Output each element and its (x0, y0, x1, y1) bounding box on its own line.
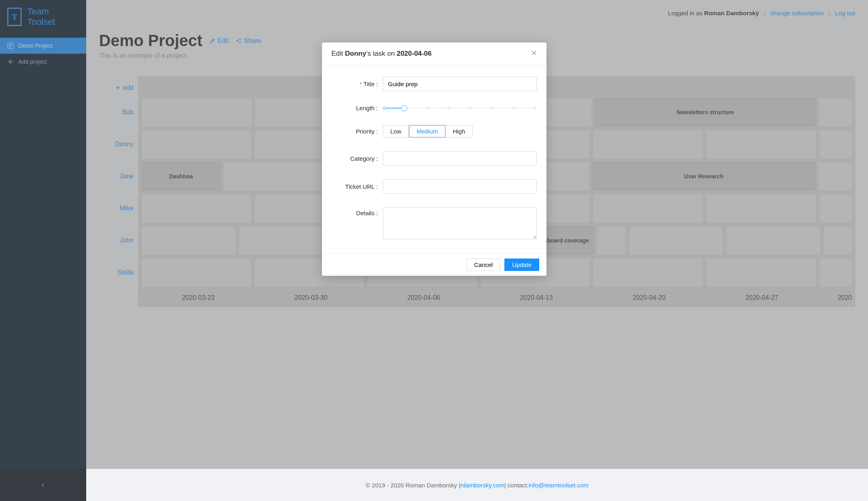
modal-body: *Title : Length : (322, 65, 546, 253)
modal-title: Edit Donny's task on 2020-04-06 (332, 50, 432, 58)
app-root: T Team Toolset Demo Project Add project … (0, 0, 868, 501)
modal-footer: Cancel Update (322, 253, 546, 276)
footer-email-link[interactable]: info@teamtoolset.com (528, 482, 588, 489)
modal-title-date: 2020-04-06 (397, 50, 431, 57)
priority-low-button[interactable]: Low (383, 125, 409, 137)
update-button[interactable]: Update (504, 259, 539, 271)
modal-close-button[interactable] (531, 50, 537, 57)
length-label: Length : (332, 105, 383, 111)
details-label: Details : (332, 207, 383, 216)
title-label: *Title : (332, 81, 383, 87)
details-textarea[interactable] (383, 207, 537, 239)
close-icon (531, 50, 537, 56)
priority-medium-button[interactable]: Medium (409, 125, 445, 137)
slider-dot (426, 107, 429, 110)
form-row-category: Category : (332, 151, 537, 166)
slider-dot (533, 107, 536, 110)
form-row-details: Details : (332, 207, 537, 240)
footer: © 2019 - 2020 Roman Damborsky | rdambors… (86, 469, 868, 501)
slider-dot (512, 107, 515, 110)
slider-dot (447, 107, 451, 110)
slider-dot (469, 107, 472, 110)
priority-high-button[interactable]: High (445, 125, 472, 137)
modal-title-name: Donny (345, 50, 366, 57)
form-row-priority: Priority : Low Medium High (332, 125, 537, 137)
title-input[interactable] (383, 77, 537, 91)
priority-segmented: Low Medium High (383, 125, 473, 137)
ticket-url-input[interactable] (383, 179, 537, 194)
edit-task-modal: Edit Donny's task on 2020-04-06 *Title :… (322, 42, 546, 276)
modal-title-mid: 's task on (366, 50, 397, 57)
category-label: Category : (332, 155, 383, 162)
ticket-url-label: Ticket URL : (332, 183, 383, 190)
footer-contact-prefix: | contact: (504, 482, 529, 489)
footer-site-link[interactable]: rdamborsky.com (460, 482, 504, 489)
form-row-ticket-url: Ticket URL : (332, 179, 537, 194)
modal-title-prefix: Edit (332, 50, 345, 57)
form-row-title: *Title : (332, 77, 537, 91)
slider-dot (490, 107, 494, 110)
cancel-button[interactable]: Cancel (466, 259, 500, 271)
footer-copyright: © 2019 - 2020 Roman Damborsky | (366, 482, 460, 489)
category-input[interactable] (383, 151, 537, 166)
length-slider[interactable] (383, 105, 537, 111)
slider-dot (383, 107, 386, 110)
form-row-length: Length : (332, 105, 537, 111)
priority-label: Priority : (332, 128, 383, 135)
modal-header: Edit Donny's task on 2020-04-06 (322, 42, 546, 65)
slider-handle[interactable] (401, 105, 407, 111)
